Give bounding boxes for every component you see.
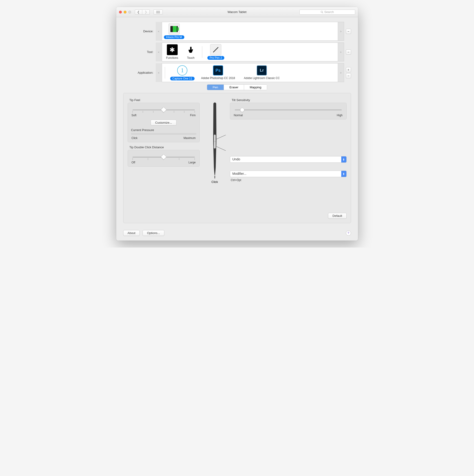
device-item-intuos[interactable]: Intuos Pro M <box>164 23 184 39</box>
tool-remove-button[interactable]: − <box>346 50 351 55</box>
divider <box>202 46 202 58</box>
app-add-button[interactable]: + <box>346 67 351 72</box>
tip-feel-min: Soft <box>132 114 136 117</box>
tool-scroll-right[interactable]: > <box>338 43 344 61</box>
chevron-updown-icon: ▲▼ <box>341 171 346 177</box>
tool-item-functions[interactable]: Functions <box>164 44 181 60</box>
device-remove-button[interactable]: − <box>346 29 351 34</box>
pen-tip-label: Click <box>211 180 218 184</box>
tool-functions-label: Functions <box>164 56 181 60</box>
tool-picker: Functions Touch Pro Pen 2 <box>162 43 338 61</box>
pressure-min: Click <box>132 136 138 140</box>
functions-icon <box>167 44 178 55</box>
search-icon <box>321 11 323 14</box>
tab-pen[interactable]: Pen <box>207 85 224 90</box>
double-click-slider[interactable] <box>133 157 195 158</box>
tip-feel-thumb[interactable] <box>161 107 167 113</box>
customize-button[interactable]: Customize... <box>151 120 176 125</box>
tilt-min: Normal <box>234 114 243 117</box>
help-button[interactable]: ? <box>346 231 351 236</box>
content: Device: < Intuos Pro M > − Tool: < Funct… <box>116 17 358 230</box>
device-label: Device: <box>123 22 156 41</box>
lower-button-sub: Ctrl+Opt <box>231 178 347 182</box>
device-picker: Intuos Pro M <box>162 22 338 41</box>
tip-feel-title: Tip Feel <box>130 98 200 102</box>
about-button[interactable]: About <box>123 230 140 236</box>
close-icon[interactable] <box>119 11 122 14</box>
tip-feel-slider[interactable] <box>133 109 195 110</box>
tab-eraser[interactable]: Eraser <box>224 85 244 90</box>
tilt-title: Tilt Sensitivity <box>232 98 347 102</box>
svg-point-0 <box>321 11 322 13</box>
zoom-icon <box>128 11 131 14</box>
application-picker-row: Application: < 1 Capture One 11 Ps Adobe… <box>123 63 351 82</box>
traffic-lights <box>119 11 131 14</box>
app-ps-label: Adobe Photoshop CC 2018 <box>199 76 237 80</box>
pressure-max: Maximum <box>184 136 196 140</box>
app-item-capture-one[interactable]: 1 Capture One 11 <box>170 65 195 80</box>
tip-feel-max: Firm <box>190 114 196 117</box>
tool-item-propen2[interactable]: Pro Pen 2 <box>207 44 224 60</box>
app-item-lightroom[interactable]: Lr Adobe Lightroom Classic CC <box>241 65 282 80</box>
tilt-slider[interactable] <box>235 109 342 110</box>
tool-touch-label: Touch <box>185 56 197 60</box>
capture-one-icon: 1 <box>177 65 188 76</box>
current-pressure-title: Current Pressure <box>131 128 196 132</box>
footer: About Options... ? <box>116 230 358 240</box>
tool-item-touch[interactable]: Touch <box>185 44 197 60</box>
app-lr-label: Adobe Lightroom Classic CC <box>241 76 282 80</box>
tool-scroll-left[interactable]: < <box>156 43 162 61</box>
forward-button: ❯ <box>142 10 150 15</box>
dc-min: Off <box>132 161 135 164</box>
photoshop-icon: Ps <box>213 65 223 76</box>
double-click-title: Tip Double Click Distance <box>130 146 200 149</box>
preferences-window: ❮ ❯ Wacom Tablet Search Device: < Intuos… <box>116 7 358 240</box>
tool-picker-row: Tool: < Functions Touch <box>123 43 351 61</box>
application-label: Application: <box>123 63 156 82</box>
app-scroll-right[interactable]: > <box>338 63 344 82</box>
options-button[interactable]: Options... <box>142 230 164 236</box>
tab-mapping[interactable]: Mapping <box>244 85 267 90</box>
device-picker-row: Device: < Intuos Pro M > − <box>123 22 351 41</box>
app-item-photoshop[interactable]: Ps Adobe Photoshop CC 2018 <box>199 65 237 80</box>
tool-label: Tool: <box>123 43 156 61</box>
chevron-updown-icon: ▲▼ <box>341 156 346 162</box>
app-remove-button[interactable]: − <box>346 73 351 78</box>
pen-button-controls: Undo ▲▼ Modifier... ▲▼ Ctrl+Opt <box>230 156 347 185</box>
back-button[interactable]: ❮ <box>135 10 142 15</box>
pen-diagram <box>210 102 220 179</box>
lower-button-value: Modifier... <box>230 171 341 177</box>
pressure-meter <box>131 133 196 135</box>
tilt-max: High <box>337 114 343 117</box>
device-item-label: Intuos Pro M <box>164 35 184 39</box>
tip-feel-group: Soft Firm Customize... Current Pressure … <box>128 103 200 142</box>
svg-line-1 <box>322 13 323 13</box>
device-scroll-right[interactable]: > <box>338 22 344 41</box>
double-click-group: Off Large <box>128 150 200 167</box>
pen-settings-panel: Tip Feel Soft Firm Customize... Current … <box>123 93 351 223</box>
search-input[interactable]: Search <box>299 10 355 15</box>
divider <box>165 67 165 79</box>
double-click-thumb[interactable] <box>161 154 167 160</box>
show-all-button[interactable] <box>153 10 163 15</box>
grid-icon <box>156 11 160 13</box>
upper-button-value: Undo <box>230 156 341 162</box>
lightroom-icon: Lr <box>257 65 267 76</box>
device-scroll-left[interactable]: < <box>156 22 162 41</box>
application-picker: 1 Capture One 11 Ps Adobe Photoshop CC 2… <box>162 63 338 82</box>
search-placeholder: Search <box>324 10 334 14</box>
pen-icon <box>210 44 221 55</box>
tilt-group: Normal High <box>230 103 347 119</box>
tilt-thumb[interactable] <box>240 108 244 112</box>
titlebar: ❮ ❯ Wacom Tablet Search <box>116 7 358 17</box>
default-button[interactable]: Default <box>328 213 346 219</box>
settings-tabs: Pen Eraser Mapping <box>207 84 267 90</box>
minimize-icon[interactable] <box>124 11 126 14</box>
app-c1-label: Capture One 11 <box>170 77 195 80</box>
touch-icon <box>185 44 196 55</box>
upper-button-dropdown[interactable]: Undo ▲▼ <box>230 156 347 163</box>
lower-button-dropdown[interactable]: Modifier... ▲▼ <box>230 170 347 177</box>
window-title: Wacom Tablet <box>228 10 247 14</box>
app-scroll-left[interactable]: < <box>156 63 162 82</box>
tablet-icon <box>169 23 180 35</box>
